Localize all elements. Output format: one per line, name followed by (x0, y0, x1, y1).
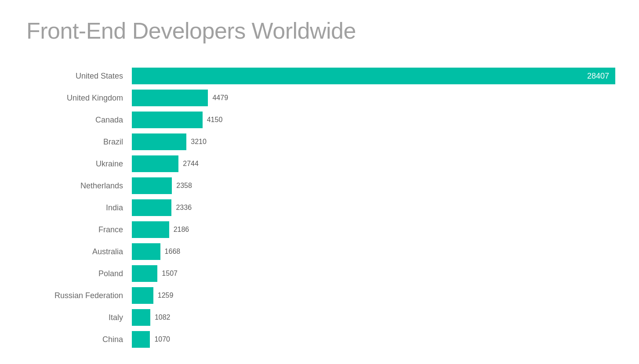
country-label: China (26, 335, 132, 344)
bar-value: 1507 (162, 270, 178, 278)
bar-value: 2744 (183, 160, 199, 168)
bar (132, 265, 157, 282)
country-label: Ukraine (26, 159, 132, 169)
bar (132, 133, 186, 150)
bar-row: France2186 (26, 220, 613, 240)
bar-row: Canada4150 (26, 110, 613, 130)
bar-wrapper: 4150 (132, 112, 613, 128)
bar-row: Poland1507 (26, 263, 613, 284)
country-label: Italy (26, 313, 132, 322)
bar-row: India2336 (26, 198, 613, 218)
country-label: France (26, 225, 132, 234)
bar (132, 90, 208, 106)
bar-row: China1070 (26, 329, 613, 350)
bar-wrapper: 2744 (132, 155, 613, 172)
bar-row: Ukraine2744 (26, 154, 613, 174)
bar-row: United Kingdom4479 (26, 88, 613, 108)
bar-row: Italy1082 (26, 307, 613, 328)
bar (132, 221, 169, 238)
bar-wrapper: 2336 (132, 199, 613, 216)
country-label: Brazil (26, 137, 132, 147)
country-label: United States (26, 72, 132, 81)
bar-row: Australia1668 (26, 241, 613, 262)
country-label: Russian Federation (26, 291, 132, 300)
bar-wrapper: 3210 (132, 133, 613, 150)
bar-value: 4479 (212, 94, 228, 102)
bar (132, 199, 171, 216)
bar: 28407 (132, 68, 615, 84)
bar-wrapper: 1259 (132, 287, 613, 304)
bar (132, 177, 172, 194)
bar-row: Brazil3210 (26, 132, 613, 152)
bar-value: 2358 (176, 182, 192, 190)
bar-wrapper: 28407 (132, 68, 615, 84)
bar-row: Netherlands2358 (26, 176, 613, 196)
bar-wrapper: 2358 (132, 177, 613, 194)
bar-wrapper: 1082 (132, 309, 613, 326)
bar-wrapper: 1668 (132, 243, 613, 260)
bar-wrapper: 1507 (132, 265, 613, 282)
bar-value: 1259 (158, 292, 174, 299)
bar-value: 1070 (154, 335, 170, 343)
bar (132, 309, 150, 326)
bar-value: 3210 (191, 138, 207, 146)
country-label: India (26, 203, 132, 213)
country-label: Poland (26, 269, 132, 278)
chart-title: Front-End Developers Worldwide (26, 18, 613, 44)
bar-wrapper: 1070 (132, 331, 613, 348)
country-label: United Kingdom (26, 94, 132, 103)
bar-value: 2186 (174, 226, 189, 234)
bar (132, 331, 150, 348)
bar (132, 112, 203, 128)
bar-row: United States28407 (26, 66, 613, 86)
country-label: Netherlands (26, 181, 132, 191)
bar-row: Russian Federation1259 (26, 285, 613, 306)
bar-value: 1668 (165, 248, 181, 256)
bar-wrapper: 2186 (132, 221, 613, 238)
country-label: Canada (26, 115, 132, 125)
bar-value: 4150 (207, 116, 223, 124)
bar-value: 1082 (155, 314, 171, 321)
bar-value: 2336 (176, 204, 192, 212)
country-label: Australia (26, 247, 132, 256)
bar (132, 287, 153, 304)
bar-value: 28407 (587, 72, 615, 81)
bar-chart: United States28407United Kingdom4479Cana… (26, 66, 613, 350)
bar-wrapper: 4479 (132, 90, 613, 106)
bar (132, 243, 160, 260)
bar (132, 155, 178, 172)
